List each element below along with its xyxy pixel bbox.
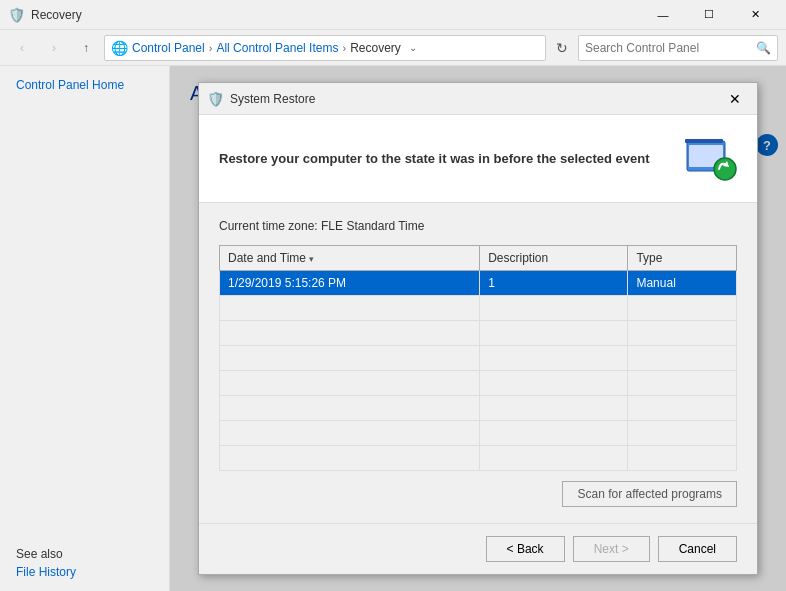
close-button[interactable]: ✕: [732, 0, 778, 30]
forward-button[interactable]: ›: [40, 34, 68, 62]
window-controls: — ☐ ✕: [640, 0, 778, 30]
dialog-header-image: [685, 131, 737, 186]
dialog-close-button[interactable]: ✕: [721, 88, 749, 110]
table-row-empty: [220, 321, 737, 346]
scan-btn-row: Scan for affected programs: [219, 481, 737, 507]
cancel-button[interactable]: Cancel: [658, 536, 737, 562]
see-also-section: See also File History: [16, 547, 153, 579]
system-restore-dialog: 🛡️ System Restore ✕ Restore your compute…: [198, 82, 758, 575]
svg-point-3: [714, 158, 736, 180]
search-bar: 🔍: [578, 35, 778, 61]
back-button[interactable]: < Back: [486, 536, 565, 562]
table-row-empty: [220, 421, 737, 446]
table-row-empty: [220, 346, 737, 371]
sort-indicator: ▾: [309, 254, 314, 264]
dialog-overlay: 🛡️ System Restore ✕ Restore your compute…: [170, 66, 786, 591]
dialog-titlebar: 🛡️ System Restore ✕: [199, 83, 757, 115]
refresh-button[interactable]: ↻: [550, 36, 574, 60]
next-button[interactable]: Next >: [573, 536, 650, 562]
minimize-button[interactable]: —: [640, 0, 686, 30]
window-title: Recovery: [31, 8, 640, 22]
file-history-link[interactable]: File History: [16, 565, 76, 579]
search-icon[interactable]: 🔍: [756, 41, 771, 55]
restore-icon-svg: [685, 131, 737, 183]
table-row-empty: [220, 396, 737, 421]
main-layout: Control Panel Home See also File History…: [0, 66, 786, 591]
search-input[interactable]: [585, 41, 756, 55]
app-icon: 🛡️: [8, 7, 25, 23]
navbar: ‹ › ↑ 🌐 Control Panel › All Control Pane…: [0, 30, 786, 66]
breadcrumb-dropdown[interactable]: ⌄: [409, 42, 417, 53]
control-panel-home-link[interactable]: Control Panel Home: [16, 78, 153, 92]
table-row-empty: [220, 371, 737, 396]
table-row-empty: [220, 446, 737, 471]
up-button[interactable]: ↑: [72, 34, 100, 62]
col-description[interactable]: Description: [480, 246, 628, 271]
sidebar: Control Panel Home See also File History: [0, 66, 170, 591]
restore-points-table: Date and Time ▾ Description Type 1/29/20…: [219, 245, 737, 471]
back-button[interactable]: ‹: [8, 34, 36, 62]
dialog-icon: 🛡️: [207, 91, 224, 107]
maximize-button[interactable]: ☐: [686, 0, 732, 30]
dialog-title: System Restore: [230, 92, 721, 106]
breadcrumb-bar: 🌐 Control Panel › All Control Panel Item…: [104, 35, 546, 61]
col-type[interactable]: Type: [628, 246, 737, 271]
breadcrumb-all-items[interactable]: All Control Panel Items: [216, 41, 338, 55]
dialog-header-text: Restore your computer to the state it wa…: [219, 151, 685, 166]
scan-affected-programs-button[interactable]: Scan for affected programs: [562, 481, 737, 507]
col-date[interactable]: Date and Time ▾: [220, 246, 480, 271]
dialog-header: Restore your computer to the state it wa…: [199, 115, 757, 203]
table-row-empty: [220, 296, 737, 321]
breadcrumb-control-panel[interactable]: Control Panel: [132, 41, 205, 55]
content-area: Advanced recovery tools ? 🛡️ System Rest…: [170, 66, 786, 591]
svg-rect-2: [685, 139, 723, 143]
table-row[interactable]: 1/29/2019 5:15:26 PM1Manual: [220, 271, 737, 296]
timezone-label: Current time zone: FLE Standard Time: [219, 219, 737, 233]
globe-icon: 🌐: [111, 40, 128, 56]
see-also-label: See also: [16, 547, 153, 561]
breadcrumb-current: Recovery: [350, 41, 401, 55]
dialog-body: Current time zone: FLE Standard Time Dat…: [199, 203, 757, 523]
titlebar: 🛡️ Recovery — ☐ ✕: [0, 0, 786, 30]
dialog-footer: < Back Next > Cancel: [199, 523, 757, 574]
